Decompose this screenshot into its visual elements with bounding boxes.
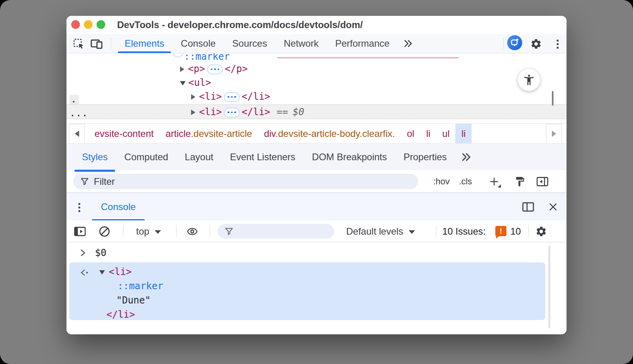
eye-icon (186, 226, 199, 237)
more-sidebar-tabs-button[interactable] (455, 144, 477, 171)
issues-count: 10 (510, 220, 521, 242)
styles-filter-field[interactable] (73, 174, 418, 189)
crumb-tag: ol (407, 128, 414, 139)
console-settings-button[interactable] (534, 224, 548, 239)
close-drawer-button[interactable] (546, 200, 560, 214)
pseudo-state-toggle[interactable]: :hov (433, 170, 450, 193)
inspect-cursor-icon (73, 38, 85, 50)
crumb-classes: .devsite-article-body.clearfix. (275, 128, 395, 139)
expand-arrow-icon[interactable] (180, 66, 184, 72)
accessibility-button[interactable] (518, 69, 540, 91)
collapse-arrow-icon[interactable] (99, 270, 105, 275)
tab-dom-breakpoints[interactable]: DOM Breakpoints (304, 144, 395, 171)
drawer-tab-console[interactable]: Console (92, 193, 145, 221)
rendering-emulation-button[interactable] (512, 174, 527, 189)
tree-row-clipped[interactable]: ::marker (66, 53, 567, 62)
drawer-menu-button[interactable] (77, 201, 81, 214)
console-toolbar: top Default levels 10 Issues: ! 10 (66, 220, 567, 242)
breadcrumb-item[interactable]: div.devsite-article-body.clearfix. (258, 124, 401, 144)
styles-filter-input[interactable] (94, 176, 364, 187)
tab-console[interactable]: Console (172, 34, 224, 53)
toolbar-separator (111, 38, 111, 49)
crumb-tag: ul (442, 128, 450, 139)
caret-down-icon (409, 230, 415, 234)
issues-counter[interactable]: 10 Issues: (442, 220, 485, 242)
tag-open: <ul> (188, 77, 211, 88)
toggle-sidebar-button[interactable] (535, 174, 550, 189)
tab-network[interactable]: Network (275, 34, 327, 53)
console-evaluated-command[interactable]: $0 (66, 244, 567, 262)
crumb-tag: div (264, 128, 275, 139)
console-result-highlighted[interactable]: <li> ::marker "Dune" </li> (69, 262, 545, 320)
breadcrumb-item-selected[interactable]: li (455, 124, 472, 144)
crumbs-scroll-left-button[interactable] (69, 124, 85, 144)
context-selector[interactable]: top (136, 220, 161, 242)
toolbar-separator (176, 225, 176, 237)
tree-row-p[interactable]: <p></p> (66, 62, 567, 76)
ellipsis-pill-icon[interactable] (207, 64, 223, 74)
minimize-window-button[interactable] (84, 20, 93, 29)
clipped-text-fragment: ... (70, 106, 88, 121)
breadcrumb-item[interactable]: ol (401, 124, 420, 144)
tab-styles[interactable]: Styles (74, 144, 116, 171)
tab-sources[interactable]: Sources (224, 34, 275, 53)
expand-arrow-icon[interactable] (191, 94, 195, 100)
tab-performance[interactable]: Performance (327, 34, 398, 53)
settings-button[interactable] (529, 37, 543, 51)
devtools-window: DevTools - developer.chrome.com/docs/dev… (66, 16, 567, 334)
panel-tabs: Elements Console Sources Network Perform… (116, 34, 418, 53)
dollar-zero-annotation: $0 (293, 106, 304, 118)
tree-row-li-first[interactable]: <li></li> (66, 90, 567, 104)
more-panels-button[interactable] (398, 34, 418, 53)
ellipsis-pill-icon[interactable] (224, 108, 240, 118)
breadcrumb-item[interactable]: evsite-content (89, 124, 159, 144)
tree-row-ul[interactable]: <ul> (66, 76, 567, 90)
tab-properties[interactable]: Properties (395, 144, 455, 171)
crumbs-scroll-right-button[interactable] (546, 124, 562, 144)
tree-row-li-selected[interactable]: <li></li>==$0 (66, 104, 567, 119)
breadcrumb-item[interactable]: ul (436, 124, 456, 144)
log-levels-label: Default levels (346, 226, 403, 237)
double-chevron-right-icon (403, 38, 413, 49)
chevron-left-icon (75, 131, 79, 137)
inspect-element-button[interactable] (72, 37, 85, 51)
split-panel-button[interactable] (521, 200, 535, 214)
caret-down-icon (155, 230, 161, 234)
close-window-button[interactable] (71, 20, 80, 29)
result-line-close: </li> (69, 307, 545, 322)
tag-open: <li> (199, 91, 222, 102)
crumb-tag: evsite-content (95, 128, 154, 139)
console-filter-field[interactable] (218, 224, 334, 239)
show-console-sidebar-button[interactable] (73, 224, 87, 239)
styles-toolbar: :hov .cls (66, 170, 567, 193)
tab-layout[interactable]: Layout (176, 144, 222, 171)
create-live-expression-button[interactable] (185, 224, 199, 239)
console-filter-input[interactable] (233, 226, 320, 237)
issues-exclamation: ! (500, 227, 502, 235)
console-scrollbar-thumb[interactable] (548, 246, 550, 328)
tab-computed[interactable]: Computed (116, 144, 176, 171)
context-selector-label: top (136, 226, 149, 237)
breadcrumb-item[interactable]: article.devsite-article (159, 124, 258, 144)
result-pseudo-element[interactable]: ::marker (118, 279, 163, 293)
customize-devtools-button[interactable] (551, 37, 564, 51)
tab-elements[interactable]: Elements (116, 34, 172, 53)
panel-right-icon (536, 176, 548, 187)
ai-assistance-button[interactable] (508, 36, 521, 49)
breadcrumb-item[interactable]: li (420, 124, 436, 144)
toolbar-separator (210, 225, 210, 237)
elements-scrollbar-thumb[interactable] (552, 91, 553, 106)
zoom-window-button[interactable] (97, 20, 105, 29)
tab-event-listeners[interactable]: Event Listeners (222, 144, 303, 171)
toggle-device-toolbar-button[interactable] (90, 37, 104, 51)
clear-console-button[interactable] (97, 224, 112, 239)
log-levels-dropdown[interactable]: Default levels (346, 220, 415, 242)
issues-badge-icon[interactable]: ! (495, 226, 506, 236)
ellipsis-pill-icon[interactable] (224, 92, 240, 102)
result-line-pseudo: ::marker (69, 279, 545, 293)
collapse-arrow-icon[interactable] (180, 81, 186, 85)
pseudo-element-label[interactable]: ::marker (184, 53, 230, 62)
new-style-rule-button[interactable] (487, 174, 502, 189)
element-classes-toggle[interactable]: .cls (459, 170, 472, 193)
expand-arrow-icon[interactable] (191, 110, 195, 115)
